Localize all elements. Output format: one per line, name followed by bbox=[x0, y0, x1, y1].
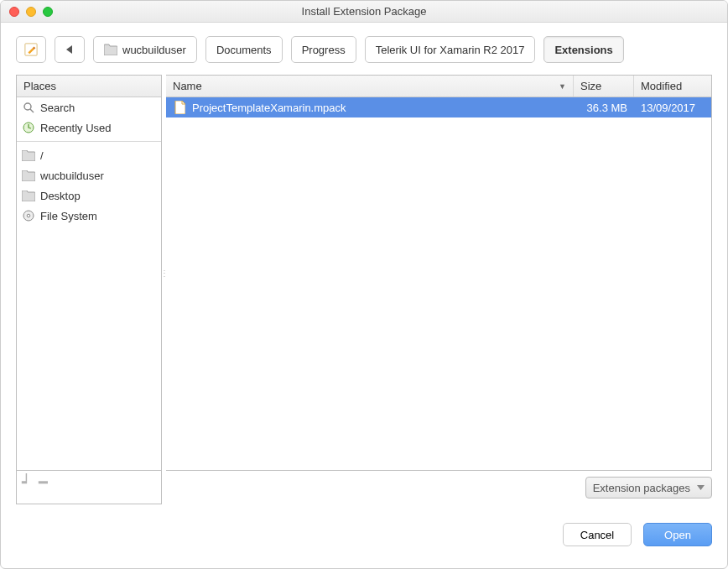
disk-icon bbox=[22, 209, 35, 222]
window-title: Install Extension Package bbox=[1, 5, 727, 18]
file-name: ProjectTemplateXamarin.mpack bbox=[192, 102, 346, 114]
sidebar-item-label: Desktop bbox=[40, 190, 81, 202]
sidebar-item-wucbuilduser[interactable]: wucbuilduser bbox=[17, 165, 161, 185]
breadcrumb-progress[interactable]: Progress bbox=[291, 36, 356, 63]
sidebar-item-recent[interactable]: Recently Used bbox=[17, 117, 161, 138]
sidebar-item-label: wucbuilduser bbox=[40, 170, 104, 182]
column-header-modified[interactable]: Modified bbox=[634, 76, 711, 97]
column-header-size[interactable]: Size bbox=[574, 76, 634, 97]
file-type-filter[interactable]: Extension packages bbox=[585, 477, 712, 499]
file-modified: 13/09/2017 bbox=[634, 102, 711, 114]
places-sidebar: Places Search Recently Used / bbox=[16, 75, 162, 471]
file-list-header: Name ▼ Size Modified bbox=[166, 76, 711, 97]
sidebar-separator bbox=[17, 141, 161, 142]
recent-icon bbox=[22, 121, 35, 134]
sidebar-item-search[interactable]: Search bbox=[17, 97, 161, 117]
breadcrumb-label: Telerik UI for Xamarin R2 2017 bbox=[376, 44, 525, 56]
sidebar-footer-tools[interactable]: ┙ ━ bbox=[16, 471, 162, 504]
sidebar-item-root[interactable]: / bbox=[17, 145, 161, 165]
breadcrumb-extensions[interactable]: Extensions bbox=[543, 36, 623, 63]
folder-icon bbox=[22, 169, 35, 182]
open-button[interactable]: Open bbox=[643, 523, 712, 546]
breadcrumb-documents[interactable]: Documents bbox=[205, 36, 283, 63]
sidebar-item-label: Search bbox=[40, 102, 75, 114]
breadcrumb-label: Documents bbox=[216, 44, 272, 56]
folder-icon bbox=[104, 43, 117, 56]
sidebar-item-desktop[interactable]: Desktop bbox=[17, 185, 161, 206]
sidebar-item-label: Recently Used bbox=[40, 122, 112, 134]
breadcrumb-label: wucbuilduser bbox=[122, 44, 186, 56]
file-row[interactable]: ProjectTemplateXamarin.mpack 36.3 MB 13/… bbox=[166, 97, 711, 117]
file-list: Name ▼ Size Modified ProjectTemplateXama… bbox=[166, 75, 712, 471]
filter-label: Extension packages bbox=[593, 482, 690, 494]
cancel-button[interactable]: Cancel bbox=[563, 523, 632, 546]
pencil-icon bbox=[24, 43, 38, 56]
sidebar-item-label: / bbox=[40, 149, 44, 162]
folder-icon bbox=[22, 189, 35, 202]
sidebar-item-filesystem[interactable]: File System bbox=[17, 206, 161, 226]
triangle-left-icon bbox=[63, 43, 76, 56]
file-icon bbox=[173, 101, 186, 114]
back-button[interactable] bbox=[55, 36, 85, 63]
breadcrumb-wucbuilduser[interactable]: wucbuilduser bbox=[93, 36, 197, 63]
search-icon bbox=[22, 101, 35, 114]
breadcrumb-telerik[interactable]: Telerik UI for Xamarin R2 2017 bbox=[365, 36, 536, 63]
file-size: 36.3 MB bbox=[574, 102, 634, 114]
chevron-down-icon bbox=[697, 485, 705, 490]
titlebar: Install Extension Package bbox=[1, 1, 727, 23]
svg-line-2 bbox=[30, 109, 34, 112]
svg-point-1 bbox=[24, 103, 31, 110]
breadcrumb-label: Progress bbox=[302, 44, 346, 56]
sidebar-item-label: File System bbox=[40, 210, 97, 222]
edit-path-button[interactable] bbox=[16, 36, 46, 63]
sort-indicator-icon: ▼ bbox=[559, 82, 566, 91]
places-header: Places bbox=[17, 76, 161, 97]
toolbar: wucbuilduser Documents Progress Telerik … bbox=[1, 23, 727, 75]
svg-point-5 bbox=[27, 214, 30, 217]
breadcrumb-label: Extensions bbox=[554, 44, 612, 56]
column-header-name[interactable]: Name ▼ bbox=[166, 76, 574, 97]
folder-icon bbox=[22, 149, 35, 162]
